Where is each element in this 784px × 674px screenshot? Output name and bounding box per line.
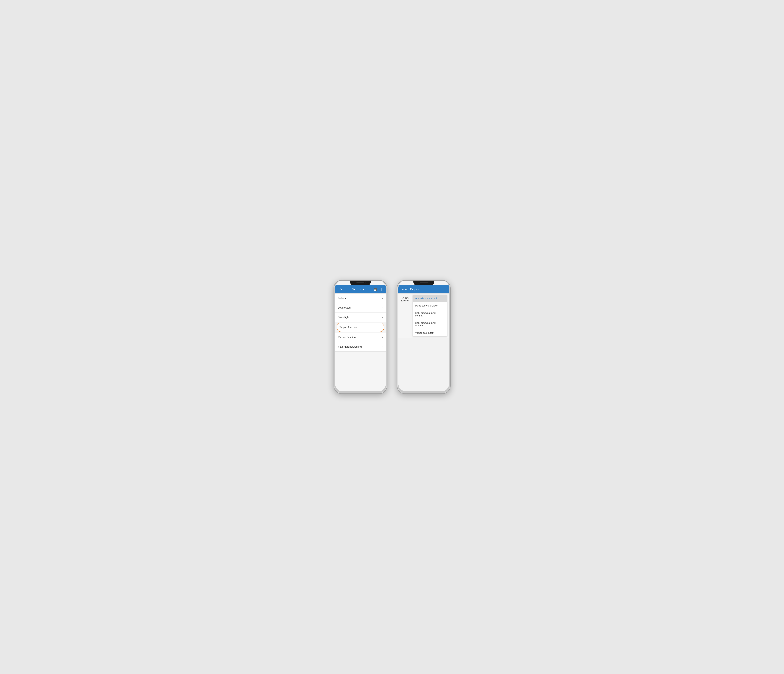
battery-label: Battery bbox=[338, 297, 346, 300]
tx-port-title: Tx port bbox=[410, 287, 421, 291]
tx-port-content: TX port function Normal communication Pu… bbox=[398, 294, 449, 338]
speaker-1 bbox=[356, 282, 364, 283]
tx-port-chevron bbox=[380, 325, 381, 329]
speaker-2 bbox=[420, 282, 428, 283]
load-output-label: Load output bbox=[338, 306, 352, 309]
tx-port-function-item[interactable]: Tx port function bbox=[337, 323, 384, 332]
phone-2-screen: ← Tx port TX port function Normal commun… bbox=[398, 281, 449, 391]
tx-port-function-label: TX port function bbox=[398, 294, 413, 338]
ve-smart-label: VE.Smart networking bbox=[338, 345, 362, 348]
load-output-item[interactable]: Load output bbox=[335, 303, 386, 312]
tx-port-label: Tx port function bbox=[339, 326, 357, 329]
volume-up-button-2 bbox=[397, 303, 397, 308]
streetlight-item[interactable]: Streetlight bbox=[335, 312, 386, 322]
more-options-icon[interactable]: ⋮ bbox=[380, 288, 383, 291]
power-button-2 bbox=[450, 305, 451, 315]
power-button bbox=[387, 305, 387, 315]
streetlight-chevron bbox=[382, 315, 383, 319]
notch-1 bbox=[350, 281, 371, 285]
battery-item[interactable]: Battery bbox=[335, 294, 386, 303]
load-output-chevron bbox=[382, 306, 383, 309]
volume-down-button-2 bbox=[397, 310, 397, 315]
header-action-icons: 💾 ⋮ bbox=[373, 288, 383, 291]
option-pulse-kwh[interactable]: Pulse every 0.01 kWh bbox=[413, 302, 447, 309]
rx-port-function-item[interactable]: Rx port function bbox=[335, 332, 386, 342]
back-button[interactable]: ← bbox=[401, 287, 407, 291]
ve-smart-networking-item[interactable]: VE.Smart networking bbox=[335, 342, 386, 351]
settings-list: Battery Load output Streetlight Tx port … bbox=[335, 294, 386, 391]
tx-port-header: ← Tx port bbox=[398, 285, 449, 294]
tx-dropdown-menu[interactable]: Normal communication Pulse every 0.01 kW… bbox=[413, 295, 447, 336]
phone-1-frame: ✕ Settings 💾 ⋮ Battery Load output bbox=[334, 280, 387, 394]
save-icon[interactable]: 💾 bbox=[373, 288, 377, 291]
battery-chevron bbox=[382, 297, 383, 300]
option-virtual-load-output[interactable]: Virtual load output bbox=[413, 329, 447, 336]
option-normal-communication[interactable]: Normal communication bbox=[413, 295, 447, 302]
notch-2 bbox=[414, 281, 434, 285]
camera-2 bbox=[428, 282, 429, 283]
phone-1-screen: ✕ Settings 💾 ⋮ Battery Load output bbox=[335, 281, 386, 391]
rx-port-chevron bbox=[382, 335, 383, 339]
streetlight-label: Streetlight bbox=[338, 316, 349, 319]
close-button[interactable]: ✕ bbox=[338, 288, 342, 291]
camera-1 bbox=[365, 282, 366, 283]
phone-2-frame: ← Tx port TX port function Normal commun… bbox=[397, 280, 451, 394]
option-light-dimming-inverted[interactable]: Light dimming (pwm inverted) bbox=[413, 319, 447, 329]
ve-smart-chevron bbox=[382, 345, 383, 349]
settings-screen: ✕ Settings 💾 ⋮ Battery Load output bbox=[335, 285, 386, 391]
tx-header-content: ← Tx port bbox=[401, 287, 421, 291]
tx-port-screen: ← Tx port TX port function Normal commun… bbox=[398, 285, 449, 391]
settings-header: ✕ Settings 💾 ⋮ bbox=[335, 285, 386, 294]
rx-port-label: Rx port function bbox=[338, 336, 356, 339]
option-light-dimming-normal[interactable]: Light dimming (pwm normal) bbox=[413, 309, 447, 319]
settings-title: Settings bbox=[352, 287, 364, 291]
